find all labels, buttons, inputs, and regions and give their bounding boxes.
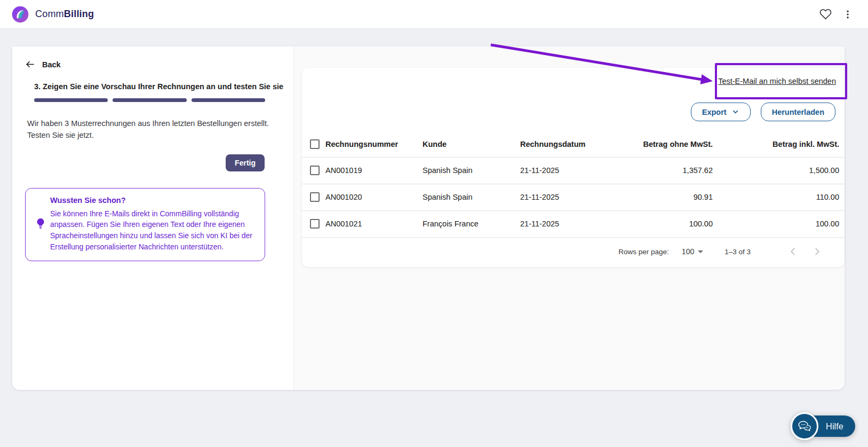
help-button-label: Hilfe [826,421,843,432]
cell-amount-net: 100.00 [616,210,713,237]
tip-title: Wussten Sie schon? [50,196,257,205]
wizard-progress-bar [34,98,265,102]
cell-invoice-date: 21-11-2025 [520,210,616,237]
app-header: CommBilling [0,0,868,29]
wizard-panel: Back 3. Zeigen Sie eine Vorschau Ihrer R… [12,46,294,390]
wizard-step-title: 3. Zeigen Sie eine Vorschau Ihrer Rechnu… [34,81,273,92]
favorites-button[interactable] [816,5,835,24]
column-header-date: Rechnungsdatum [520,132,616,157]
heart-icon [819,8,832,20]
content-container: Back 3. Zeigen Sie eine Vorschau Ihrer R… [12,46,845,390]
invoice-table: Rechnungsnummer Kunde Rechnungsdatum Bet… [302,132,845,238]
done-button[interactable]: Fertig [226,154,265,171]
column-header-customer: Kunde [423,132,520,157]
progress-segment [113,98,186,102]
row-checkbox[interactable] [310,166,320,175]
cell-amount-net: 90.91 [616,184,713,210]
brand-logo[interactable]: CommBilling [11,5,94,24]
invoice-table-card: Test-E-Mail an mich selbst senden Export… [302,68,845,267]
progress-segment [192,98,265,102]
next-page-button[interactable] [811,246,823,257]
cell-amount-gross: 1,500.00 [713,157,845,184]
column-header-gross: Betrag inkl. MwSt. [713,132,845,157]
previous-page-button[interactable] [787,246,799,257]
invoice-row[interactable]: AN001020 Spanish Spain 21-11-2025 90.91 … [302,184,845,210]
cell-customer: Spanish Spain [423,184,520,210]
column-header-number: Rechnungsnummer [325,132,423,157]
cell-amount-gross: 110.00 [713,184,845,210]
help-button[interactable]: Hilfe [794,415,855,437]
select-all-checkbox[interactable] [310,139,320,149]
wizard-description: Wir haben 3 Musterrechnungen aus Ihren l… [27,118,270,142]
cell-invoice-date: 21-11-2025 [520,184,616,210]
progress-segment [34,98,108,102]
caret-down-icon [698,250,703,253]
tip-box: Wussten Sie schon? Sie können Ihre E-Mai… [25,188,265,262]
cell-invoice-number: AN001019 [325,157,423,184]
rows-per-page-label: Rows per page: [618,248,669,256]
chevron-left-icon [787,246,799,257]
send-test-email-link[interactable]: Test-E-Mail an mich selbst senden [718,77,836,85]
rows-per-page-select[interactable]: 100 [682,247,703,256]
cell-amount-gross: 100.00 [713,210,845,237]
brand-name: CommBilling [35,9,94,20]
kebab-menu-icon [842,9,853,20]
lightbulb-icon [35,217,46,230]
back-label: Back [42,60,61,69]
cell-amount-net: 1,357.62 [616,157,713,184]
tip-body: Sie können Ihre E-Mails direkt in CommBi… [50,208,257,253]
chevron-down-icon [731,108,739,116]
cell-customer: François France [423,210,520,237]
cell-invoice-number: AN001021 [325,210,423,237]
arrow-left-icon [25,59,35,69]
cell-invoice-date: 21-11-2025 [520,157,616,184]
back-button[interactable]: Back [25,59,273,69]
commbilling-logo-icon [11,5,30,24]
invoice-row[interactable]: AN001019 Spanish Spain 21-11-2025 1,357.… [302,157,845,184]
overflow-menu-button[interactable] [838,5,857,24]
cell-invoice-number: AN001020 [325,184,423,210]
chevron-right-icon [811,246,823,257]
table-pagination: Rows per page: 100 1–3 of 3 [302,238,845,266]
download-button[interactable]: Herunterladen [761,103,835,121]
cell-customer: Spanish Spain [423,157,520,184]
row-checkbox[interactable] [310,219,320,229]
chat-bubbles-icon [791,412,818,440]
export-button[interactable]: Export [691,103,751,121]
invoice-row[interactable]: AN001021 François France 21-11-2025 100.… [302,210,845,237]
table-header-row: Rechnungsnummer Kunde Rechnungsdatum Bet… [302,132,845,157]
export-button-label: Export [702,108,727,116]
row-checkbox[interactable] [310,192,320,202]
column-header-net: Betrag ohne MwSt. [616,132,713,157]
invoice-area: Test-E-Mail an mich selbst senden Export… [294,46,845,390]
pagination-range: 1–3 of 3 [724,248,751,256]
